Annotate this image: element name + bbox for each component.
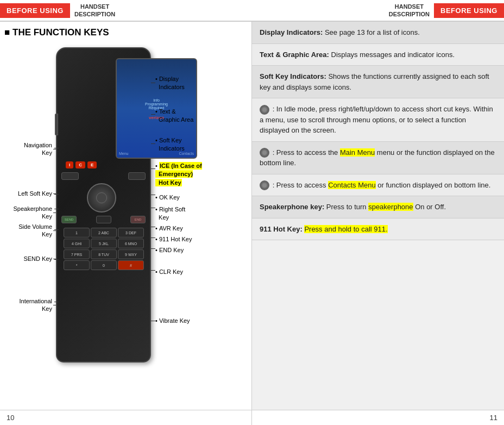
handset-desc-right: HANDSET DESCRIPTION [385, 1, 434, 21]
main-menu-block: : Press to access the Main Menu menu or … [252, 142, 504, 174]
main-menu-highlight: Main Menu [340, 148, 375, 157]
display-connector [151, 83, 155, 83]
contacts-menu-text-before: : Press to access [273, 181, 329, 189]
avr-key-label: • AVR Key [155, 224, 183, 232]
nav-icon [260, 105, 269, 115]
before-using-badge-left: BEFORE USING [0, 3, 70, 18]
clr-key-label: • CLR Key [155, 267, 183, 276]
soft-key-indicators-block: Soft Key Indicators: Shows the functions… [252, 66, 504, 98]
ice-connector [151, 168, 155, 169]
ice-key-label: • ICE (In Case of Emergency) Hot Key [155, 161, 202, 186]
vibrate-connector [151, 321, 155, 321]
contacts-menu-highlight: Contacts Menu [328, 181, 375, 189]
avr-connector [151, 227, 155, 227]
side-volume-button [55, 114, 58, 135]
speakerphone-key-label: SpeakerphoneKey [4, 205, 52, 221]
contacts-menu-block: : Press to access Contacts Menu or funct… [252, 174, 504, 197]
softkey-connector [151, 143, 155, 144]
main-content: ■ THE FUNCTION KEYS NavigationKey Left S… [0, 21, 504, 410]
display-indicators-block: Display Indicators: See page 13 for a li… [252, 22, 504, 44]
international-key-label: InternationalKey [4, 297, 52, 313]
nav-key-text: : In Idle mode, press right/left/up/down… [260, 105, 493, 134]
ice-buttons: I C E [66, 161, 97, 168]
page-number-left: 10 [0, 410, 252, 425]
display-indicators-bold: Display Indicators: [260, 28, 323, 36]
textgraphic-connector [151, 114, 155, 115]
text-graphic-block: Text & Graphic Area: Displays messages a… [252, 44, 504, 66]
page-header: BEFORE USING HANDSET DESCRIPTION HANDSET… [0, 0, 504, 21]
send-connector [54, 259, 59, 260]
phone-diagram: NavigationKey Left Soft Key Speakerphone… [4, 45, 247, 392]
vibrate-key-label: • Vibrate Key [155, 316, 190, 324]
speakerphone-connector [54, 209, 59, 209]
ok-key-label: • OK Key [155, 193, 180, 201]
nav-key-connector [54, 148, 59, 148]
nav-ring [87, 183, 116, 212]
ok-icon [260, 148, 269, 158]
911-hot-key-block: 911 Hot Key: Press and hold to call 911. [252, 218, 504, 241]
speakerphone-block: Speakerphone key: Press to turn speakerp… [252, 196, 504, 218]
soft-keys-row [61, 172, 146, 180]
end-connector [151, 248, 155, 249]
left-panel: ■ THE FUNCTION KEYS NavigationKey Left S… [0, 22, 252, 410]
speakerphone-highlight: speakerphone [368, 203, 413, 211]
911-hot-key-highlight: Press and hold to call 911. [304, 225, 387, 233]
soft-key-indicators-label: • Soft Key Indicators [155, 136, 185, 153]
number-grid: 1 2 ABC 3 DEF 4 GHI 5 JKL 6 MNO 7 PRS 8 … [64, 228, 144, 270]
clr-connector [151, 270, 155, 271]
section-title: ■ THE FUNCTION KEYS [4, 27, 247, 38]
soft-key-bold: Soft Key Indicators: [260, 72, 326, 80]
contacts-menu-text-after: or function displayed on bottom line. [376, 181, 491, 189]
page-footer: 10 11 [0, 410, 504, 425]
main-menu-text-before: : Press to access the [273, 148, 340, 157]
left-soft-key-label: Left Soft Key [4, 190, 52, 197]
display-indicators-text: See page 13 for a list of icons. [325, 28, 420, 36]
right-soft-key-label: • Right Soft Key [155, 205, 185, 222]
right-panel: Display Indicators: See page 13 for a li… [252, 22, 504, 410]
header-right: HANDSET DESCRIPTION BEFORE USING [252, 0, 504, 21]
911-hot-key-bold: 911 Hot Key: [260, 225, 303, 233]
speakerphone-bold: Speakerphone key: [260, 203, 324, 211]
ok-connector [151, 195, 155, 195]
text-graphic-area-label: • Text & Graphic Area [155, 107, 193, 124]
display-indicators-label: • Display Indicators [155, 74, 185, 91]
phone-body: InfoProgrammingRequired verizon Menu Con… [56, 47, 151, 362]
end-key-label: • END Key [155, 246, 184, 254]
911-connector [151, 238, 155, 238]
send-key-label: SEND Key [4, 255, 52, 262]
before-using-badge-right: BEFORE USING [434, 3, 504, 18]
header-left: BEFORE USING HANDSET DESCRIPTION [0, 0, 252, 21]
speakerphone-text-after: On or Off. [413, 203, 446, 211]
text-graphic-bold: Text & Graphic Area: [260, 51, 329, 59]
page-number-right: 11 [252, 410, 504, 425]
handset-desc-left: HANDSET DESCRIPTION [70, 1, 119, 21]
navigation-key-label: NavigationKey [4, 141, 52, 157]
text-graphic-text: Displays messages and indicator icons. [331, 51, 455, 59]
911-hot-key-label: • 911 Hot Key [155, 235, 192, 243]
left-soft-connector [54, 194, 59, 195]
intl-connector [54, 302, 59, 302]
nav-extra-row: SEND END [61, 216, 146, 223]
rightsoft-connector [151, 208, 155, 208]
side-volume-key-label: Side VolumeKey [4, 223, 52, 239]
nav-key-block: : In Idle mode, press right/left/up/down… [252, 98, 504, 142]
speakerphone-text-before: Press to turn [326, 203, 368, 211]
side-volume-connector [54, 229, 59, 230]
contacts-icon [260, 180, 269, 190]
